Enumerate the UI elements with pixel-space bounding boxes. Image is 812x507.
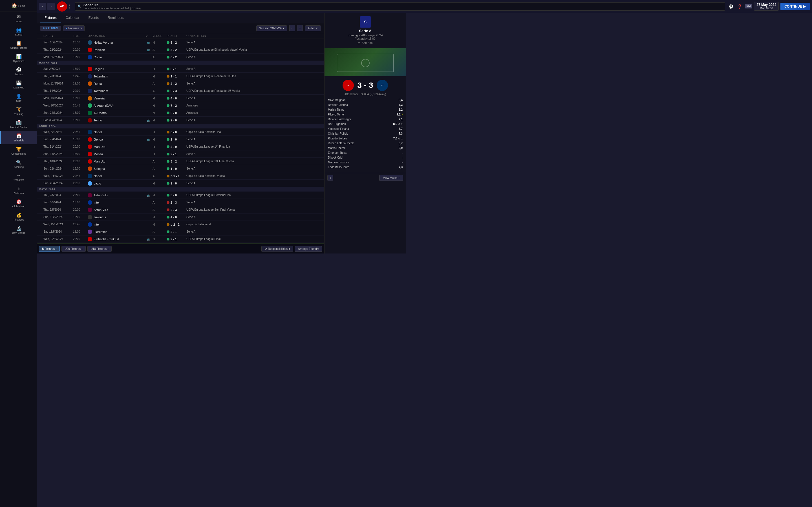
right-bottom-nav: ‹ View Match ›	[324, 173, 406, 182]
table-row[interactable]: Wed, 22/5/2024 20:00 Eintracht Frankfurt…	[37, 235, 324, 243]
tab-events[interactable]: Events	[84, 13, 103, 23]
nav-forward-button[interactable]: ›	[47, 3, 55, 10]
table-row[interactable]: Thu, 14/3/2024 20:00 Tottenham A 5 - 3 U…	[37, 87, 324, 95]
table-row[interactable]: Thu, 7/3/2024 17:45 Tottenham H 1 - 1 UE…	[37, 73, 324, 80]
result-score: 2 - 1	[170, 152, 177, 156]
sidebar-item-scouting[interactable]: 🔍Scouting	[0, 158, 37, 171]
result-score: 7 - 2	[170, 104, 177, 107]
table-row[interactable]: Mon, 18/3/2024 19:00 Venezia H 4 - 0 Ser…	[37, 95, 324, 102]
sidebar-item-training[interactable]: 🏋Training	[0, 105, 37, 118]
team-badge	[88, 200, 92, 205]
table-row[interactable]: Thu, 18/4/2024 20:00 Man Utd A 3 - 2 UEF…	[37, 158, 324, 165]
header-date[interactable]: DATE ▲	[43, 34, 73, 38]
fixture-result: 0 - 0	[167, 130, 186, 134]
fixture-opposition: Partizán	[88, 48, 144, 52]
tab-calendar[interactable]: Calendar	[61, 13, 84, 23]
sidebar-item-dynamics[interactable]: 📊Dynamics	[0, 52, 37, 65]
table-row[interactable]: Sat, 30/3/2024 18:00 Torino 📺 H 2 - 0 Se…	[37, 117, 324, 124]
arrange-friendly-button[interactable]: Arrange Friendly	[295, 246, 322, 252]
team-badge	[88, 222, 92, 227]
fixture-opposition: Genoa	[88, 137, 144, 142]
prev-season-button[interactable]: ‹	[289, 25, 295, 31]
sidebar-item-staff[interactable]: 👤Staff	[0, 91, 37, 105]
team-name: Como	[94, 55, 102, 59]
u20-fixtures-button[interactable]: U20 Fixtures ›	[61, 246, 86, 252]
fixture-tv: 📺	[144, 48, 153, 51]
fixture-date: Wed, 22/5/2024	[43, 237, 73, 240]
sidebar-item-competitions[interactable]: 🏆Competitions	[0, 144, 37, 158]
sidebar-item-tactics[interactable]: ⚽Tactics	[0, 65, 37, 78]
player-name: Malick Thiaw	[328, 108, 394, 111]
match-date: domingo 26th mayo 2024	[348, 34, 383, 37]
team-badge	[88, 193, 92, 198]
season-select[interactable]: Season 2023/24 ▾	[256, 25, 287, 31]
sidebar-item-transfers[interactable]: ↔Transfers	[0, 171, 37, 184]
month-divider-mayo-2024: MAYO 2024	[37, 187, 324, 191]
table-row[interactable]: Mon, 11/3/2024 19:00 Roma A 2 - 2 Serie …	[37, 80, 324, 87]
search-bar[interactable]: 🔍 Schedule 1st in Serie A TIM - No fixtu…	[75, 2, 406, 11]
table-row[interactable]: Mon, 26/2/2024 19:00 Como A 6 - 2 Serie …	[37, 54, 324, 61]
table-row[interactable]: Thu, 2/5/2024 20:00 Aston Villa 📺 H 5 - …	[37, 191, 324, 199]
result-dot	[167, 209, 169, 211]
team-name: Eintracht Frankfurt	[94, 237, 119, 241]
sidebar-item-squad[interactable]: 👥Squad	[0, 25, 37, 38]
fixture-date: Sun, 5/5/2024	[43, 201, 73, 204]
result-dot	[167, 82, 169, 85]
table-row[interactable]: Wed, 24/4/2024 20:45 Napoli A p 1 - 1 Co…	[37, 172, 324, 180]
sidebar-item-dev-centre[interactable]: 🔬Dev. Centre	[0, 223, 37, 237]
sidebar-label-medical: Medical Centre	[10, 126, 28, 129]
table-row[interactable]: Sun, 5/5/2024 18:00 Inter A 2 - 3 Serie …	[37, 199, 324, 206]
fixture-venue: A	[153, 82, 167, 86]
nav-back-button[interactable]: ‹	[39, 3, 46, 10]
view-match-button[interactable]: View Match ›	[379, 175, 403, 181]
table-row[interactable]: Sun, 18/2/2024 20:30 Hellas Verona 📺 H 5…	[37, 39, 324, 46]
player-rating-row: Fikayo Tomori 7,2 ▪	[328, 112, 403, 117]
result-score: 1 - 0	[170, 167, 177, 170]
sidebar-label-training: Training	[14, 113, 23, 115]
fixture-date: Sun, 14/4/2024	[43, 152, 73, 156]
fixtures-dropdown[interactable]: ● Fixtures ▾	[63, 25, 85, 31]
sidebar-item-squad-planner[interactable]: 📋Squad Planner	[0, 38, 37, 52]
responsibilities-button[interactable]: ⚙ Responsibilities ▾	[261, 246, 293, 252]
table-row[interactable]: Sun, 24/3/2024 15:00 Al-Dhafra N 5 - 0 A…	[37, 109, 324, 117]
filter-button[interactable]: Filter ▾	[305, 25, 321, 31]
table-row[interactable]: Sun, 21/4/2024 15:00 Bologna A 1 - 0 Ser…	[37, 165, 324, 172]
fixture-tv: 📺	[144, 238, 153, 240]
table-row[interactable]: Wed, 15/5/2024 20:45 Inter N p 2 - 2 Cop…	[37, 221, 324, 228]
sidebar-item-finances[interactable]: 💰Finances	[0, 210, 37, 223]
table-row[interactable]: Sun, 28/4/2024 20:30 Lazio H 9 - 0 Serie…	[37, 180, 324, 187]
table-row[interactable]: Sun, 14/4/2024 15:00 Monza H 2 - 1 Serie…	[37, 151, 324, 158]
sidebar-item-inbox[interactable]: ✉Inbox	[0, 12, 37, 25]
prev-match-button[interactable]: ‹	[327, 175, 333, 181]
table-row[interactable]: Wed, 3/4/2024 20:45 Napoli H 0 - 0 Copa …	[37, 128, 324, 136]
fixture-opposition: Monza	[88, 152, 144, 156]
tab-reminders[interactable]: Reminders	[103, 13, 129, 23]
sidebar-item-data-hub[interactable]: 💾Data Hub	[0, 78, 37, 91]
b-fixtures-button[interactable]: B Fixtures ›	[39, 246, 60, 252]
table-row[interactable]: Sun, 12/5/2024 15:00 Juventus H 4 - 0 Se…	[37, 214, 324, 221]
result-dot	[167, 153, 169, 156]
resp-label: Responsibilities	[268, 247, 288, 250]
table-row[interactable]: Wed, 20/3/2024 20:45 Al Arabi (EAU) N 7 …	[37, 102, 324, 109]
tv-icon: 📺	[147, 41, 150, 44]
sidebar-item-club-vision[interactable]: 🎯Club Vision	[0, 197, 37, 210]
tab-fixtures[interactable]: Fixtures	[40, 13, 61, 23]
sidebar-item-medical[interactable]: 🏥Medical Centre	[0, 118, 37, 131]
table-row[interactable]: Sat, 2/3/2024 15:00 Cagliari H 6 - 1 Ser…	[37, 65, 324, 73]
sidebar-home[interactable]: 🏠 Home	[0, 0, 37, 12]
result-dot	[167, 131, 169, 133]
sidebar-label-squad: Squad	[15, 33, 22, 36]
table-row[interactable]: Sat, 18/5/2024 18:00 Fiorentina A 2 - 1 …	[37, 228, 324, 235]
u18-fixtures-button[interactable]: U18 Fixtures ›	[87, 246, 112, 252]
fixture-result: 4 - 0	[167, 97, 186, 100]
sidebar-item-schedule[interactable]: 📅Schedule	[0, 131, 37, 144]
result-dot	[167, 167, 169, 170]
player-score: 6,2	[396, 108, 403, 111]
sidebar-item-club-info[interactable]: ℹClub Info	[0, 184, 37, 197]
table-row[interactable]: Sun, 7/4/2024 15:00 Genoa 📺 H 2 - 0 Seri…	[37, 136, 324, 143]
fixture-venue: A	[153, 55, 167, 59]
table-row[interactable]: Thu, 11/4/2024 20:00 Man Utd H 2 - 0 UEF…	[37, 143, 324, 151]
table-row[interactable]: Thu, 9/5/2024 20:00 Aston Villa A 2 - 3 …	[37, 206, 324, 214]
table-row[interactable]: Thu, 22/2/2024 20:00 Partizán 📺 A 3 - 2 …	[37, 46, 324, 54]
next-season-button[interactable]: ›	[297, 25, 303, 31]
